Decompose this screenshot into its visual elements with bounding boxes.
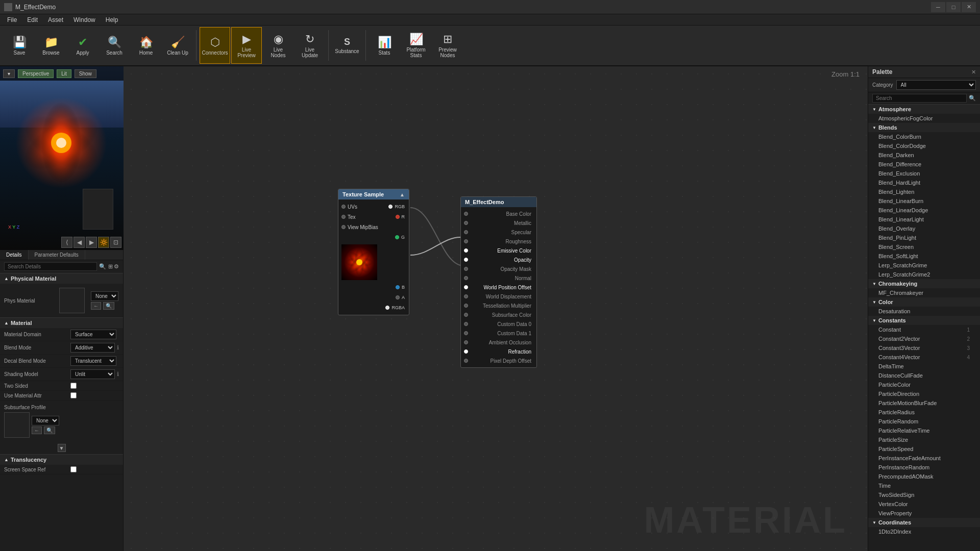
close-button[interactable]: ✕ <box>962 2 976 12</box>
save-button[interactable]: 💾 Save <box>4 27 35 64</box>
category-coordinates[interactable]: ▼ Coordinates <box>868 518 980 527</box>
prop-view-btn[interactable]: ⊞ <box>108 263 113 270</box>
category-chromakeying[interactable]: ▼ Chromakeying <box>868 279 980 288</box>
palette-item-blend-softlight[interactable]: Blend_SoftLight <box>868 252 980 261</box>
palette-item-particlesize[interactable]: ParticleSize <box>868 435 980 444</box>
palette-item-blend-lighten[interactable]: Blend_Lighten <box>868 187 980 196</box>
palette-item-1dto2dindex[interactable]: 1Dto2DIndex <box>868 527 980 536</box>
palette-item-blend-screen[interactable]: Blend_Screen <box>868 242 980 252</box>
pin-opacity[interactable] <box>464 258 468 262</box>
palette-item-particlerandom[interactable]: ParticleRandom <box>868 417 980 426</box>
palette-item-twosidedsign[interactable]: TwoSidedSign <box>868 490 980 499</box>
pin-emissive[interactable] <box>464 248 468 253</box>
pin-tex-in[interactable] <box>341 215 346 219</box>
node-editor[interactable]: Zoom 1:1 Texture Sample ▲ UVs RGB Tex R <box>124 66 868 551</box>
palette-item-blend-linearburn[interactable]: Blend_LinearBurn <box>868 196 980 206</box>
pin-g-out[interactable] <box>395 235 399 239</box>
decal-blend-dropdown[interactable]: Translucent <box>70 356 116 366</box>
palette-close-btn[interactable]: ✕ <box>971 69 976 76</box>
palette-item-blend-colorburn[interactable]: Blend_ColorBurn <box>868 132 980 141</box>
pin-specular[interactable] <box>464 230 468 234</box>
palette-item-mf-chromakeyer[interactable]: MF_Chromakeyer <box>868 288 980 297</box>
search-button[interactable]: 🔍 Search <box>99 27 130 64</box>
section-material[interactable]: ▲ Material <box>0 317 123 328</box>
palette-item-blend-exclusion[interactable]: Blend_Exclusion <box>868 169 980 178</box>
palette-item-constant4vec[interactable]: Constant4Vector4 <box>868 353 980 362</box>
phys-mat-arrow-btn[interactable]: ← <box>91 302 101 310</box>
platform-stats-button[interactable]: 📈 Platform Stats <box>401 27 431 64</box>
palette-item-vertexcolor[interactable]: VertexColor <box>868 499 980 509</box>
category-color[interactable]: ▼ Color <box>868 297 980 307</box>
palette-item-desaturation[interactable]: Desaturation <box>868 307 980 316</box>
palette-item-constant2vec[interactable]: Constant2Vector2 <box>868 334 980 343</box>
palette-item-blend-lineardodge[interactable]: Blend_LinearDodge <box>868 206 980 215</box>
pin-roughness[interactable] <box>464 239 468 243</box>
palette-item-atmospheric-fog[interactable]: AtmosphericFogColor <box>868 114 980 123</box>
use-mat-attr-checkbox[interactable] <box>70 392 77 398</box>
pin-mipbias-in[interactable] <box>341 225 346 229</box>
palette-item-constant3vec[interactable]: Constant3Vector3 <box>868 343 980 353</box>
live-nodes-button[interactable]: ◉ Live Nodes <box>263 27 293 64</box>
palette-search-icon[interactable]: 🔍 <box>969 95 976 102</box>
pin-custom-1[interactable] <box>464 331 468 335</box>
pin-ao[interactable] <box>464 340 468 344</box>
pin-world-disp[interactable] <box>464 294 468 298</box>
live-update-button[interactable]: ↻ Live Update <box>295 27 325 64</box>
vp-ctrl-2[interactable]: ◀ <box>74 237 85 248</box>
palette-item-blend-difference[interactable]: Blend_Difference <box>868 160 980 169</box>
palette-item-perinstancefadeamount[interactable]: PerInstanceFadeAmount <box>868 454 980 463</box>
browse-button[interactable]: 📁 Browse <box>36 27 66 64</box>
material-domain-dropdown[interactable]: Surface <box>70 330 116 339</box>
palette-item-particledirection[interactable]: ParticleDirection <box>868 389 980 398</box>
palette-item-blend-pinlight[interactable]: Blend_PinLight <box>868 233 980 242</box>
menu-file[interactable]: File <box>2 15 22 24</box>
category-blends[interactable]: ▼ Blends <box>868 123 980 132</box>
palette-item-blend-linearlight[interactable]: Blend_LinearLight <box>868 215 980 224</box>
category-atmosphere[interactable]: ▼ Atmosphere <box>868 105 980 114</box>
pin-r-out[interactable] <box>396 215 400 219</box>
palette-item-perinstancerandom[interactable]: PerInstanceRandom <box>868 463 980 472</box>
palette-item-particlespeed[interactable]: ParticleSpeed <box>868 444 980 454</box>
pin-tessellation[interactable] <box>464 304 468 308</box>
palette-item-lerp-scratchgrime[interactable]: Lerp_ScratchGrime <box>868 261 980 270</box>
palette-item-particleradius[interactable]: ParticleRadius <box>868 408 980 417</box>
apply-button[interactable]: ✔ Apply <box>67 27 98 64</box>
palette-item-constant[interactable]: Constant1 <box>868 325 980 334</box>
pin-rgb-out[interactable] <box>388 205 393 209</box>
vp-ctrl-3[interactable]: ▶ <box>86 237 97 248</box>
home-button[interactable]: 🏠 Home <box>131 27 161 64</box>
prop-search-input[interactable] <box>4 262 97 271</box>
preview-nodes-button[interactable]: ⊞ Preview Nodes <box>432 27 463 64</box>
perspective-mode-button[interactable]: ▾ <box>3 69 15 78</box>
pin-custom-0[interactable] <box>464 322 468 326</box>
palette-item-particlerelativetime[interactable]: ParticleRelativeTime <box>868 426 980 435</box>
menu-edit[interactable]: Edit <box>22 15 43 24</box>
category-constants[interactable]: ▼ Constants <box>868 316 980 325</box>
stats-button[interactable]: 📊 Stats <box>369 27 400 64</box>
pin-pixel-depth[interactable] <box>464 359 468 363</box>
subsurface-search-btn[interactable]: 🔍 <box>44 427 55 434</box>
palette-search-input[interactable] <box>872 94 967 103</box>
pin-refraction[interactable] <box>464 349 468 354</box>
screen-space-checkbox[interactable] <box>70 466 77 472</box>
palette-item-precomputedaomask[interactable]: PrecomputedAOMask <box>868 472 980 481</box>
vp-ctrl-4[interactable]: 🔆 <box>98 237 109 248</box>
connectors-button[interactable]: ⬡ Connectors <box>200 27 230 64</box>
tab-details[interactable]: Details <box>0 250 29 260</box>
pin-normal[interactable] <box>464 276 468 280</box>
palette-item-particlemotionblurfade[interactable]: ParticleMotionBlurFade <box>868 398 980 408</box>
palette-item-viewproperty[interactable]: ViewProperty <box>868 509 980 518</box>
two-sided-checkbox[interactable] <box>70 383 77 389</box>
pin-metallic[interactable] <box>464 221 468 225</box>
menu-asset[interactable]: Asset <box>43 15 68 24</box>
palette-item-blend-darken[interactable]: Blend_Darken <box>868 151 980 160</box>
clean-button[interactable]: 🧹 Clean Up <box>162 27 193 64</box>
lit-button[interactable]: Lit <box>57 69 71 78</box>
prop-options-btn[interactable]: ⚙ <box>114 263 119 270</box>
palette-item-particlecolor[interactable]: ParticleColor <box>868 380 980 389</box>
scroll-down-btn[interactable]: ▼ <box>58 444 66 452</box>
pin-rgba-out[interactable] <box>385 306 389 310</box>
pin-uvs-in[interactable] <box>341 205 346 209</box>
shading-model-dropdown[interactable]: Unlit <box>70 369 115 379</box>
palette-item-blend-colordodge[interactable]: Blend_ColorDodge <box>868 141 980 151</box>
